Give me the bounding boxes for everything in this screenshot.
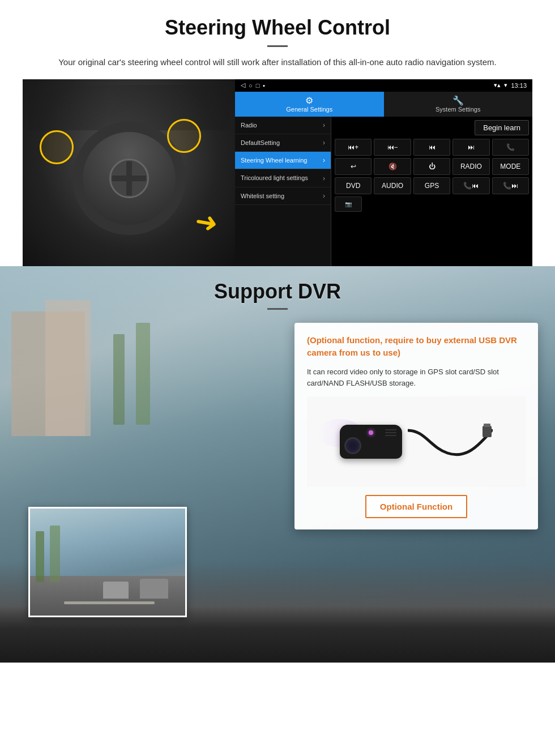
ctrl-prev-track[interactable]: ⏮ <box>413 139 450 156</box>
steering-description: Your original car's steering wheel contr… <box>45 56 510 69</box>
ctrl-mode[interactable]: MODE <box>492 158 529 175</box>
menu-tricoloured-label: Tricoloured light settings <box>241 174 308 182</box>
dvr-title: Support DVR <box>0 280 555 304</box>
chevron-icon: › <box>323 192 325 200</box>
ctrl-vol-up[interactable]: ⏮+ <box>335 139 372 156</box>
tab-system[interactable]: 🔧 System Settings <box>384 92 533 117</box>
svg-rect-0 <box>483 426 492 437</box>
steering-image-container: ➜ ◁ ○ □ ▪ ▾▴ ▾ 13:13 <box>23 79 532 266</box>
settings-gear-icon: ⚙ <box>305 95 313 106</box>
highlight-right <box>167 119 201 153</box>
dvr-camera-illustration <box>307 396 526 487</box>
highlight-left <box>40 130 74 164</box>
ctrl-power[interactable]: ⏻ <box>413 158 450 175</box>
ctrl-gps[interactable]: GPS <box>413 177 450 194</box>
menu-item-whitelist[interactable]: Whitelist setting › <box>235 187 331 205</box>
steering-section: Steering Wheel Control Your original car… <box>0 0 555 266</box>
menu-item-radio[interactable]: Radio › <box>235 117 331 134</box>
chevron-icon: › <box>323 174 325 182</box>
ctrl-row-3: DVD AUDIO GPS 📞⏮ 📞⏭ <box>335 177 529 194</box>
optional-function-button[interactable]: Optional Function <box>365 495 467 518</box>
dvr-card-title: (Optional function, require to buy exter… <box>307 334 526 360</box>
dvr-card-body: It can record video only to storage in G… <box>307 366 526 390</box>
svg-rect-1 <box>484 424 490 427</box>
system-icon: 🔧 <box>452 95 464 106</box>
time-display: 13:13 <box>511 82 527 89</box>
dvr-info-card: (Optional function, require to buy exter… <box>294 323 538 530</box>
menu-item-steering-wheel[interactable]: Steering Wheel learning › <box>235 152 331 169</box>
ctrl-back[interactable]: ↩ <box>335 158 372 175</box>
ctrl-row-4: 📷 <box>335 197 529 212</box>
arrow-icon: ➜ <box>193 204 220 239</box>
dvr-section: Support DVR (Optional function, require … <box>0 266 555 663</box>
ctrl-row-2: ↩ 🔇 ⏻ RADIO MODE <box>335 158 529 175</box>
statusbar-right-icons: ▾▴ ▾ 13:13 <box>494 82 527 89</box>
ctrl-phone[interactable]: 📞 <box>492 139 529 156</box>
controls-header: Begin learn <box>335 120 529 135</box>
ctrl-phone-prev[interactable]: 📞⏮ <box>452 177 489 194</box>
signal-icon: ▾▴ <box>494 82 501 89</box>
android-menu-list: Radio › DefaultSetting › Steering Wheel … <box>235 117 331 266</box>
tab-system-label: System Settings <box>436 106 480 113</box>
ctrl-row-1: ⏮+ ⏮− ⏮ ⏭ 📞 <box>335 139 529 156</box>
android-tabs[interactable]: ⚙ General Settings 🔧 System Settings <box>235 92 532 117</box>
title-divider <box>267 45 288 47</box>
menu-defaultsetting-label: DefaultSetting <box>241 139 280 147</box>
menu-item-tricoloured[interactable]: Tricoloured light settings › <box>235 169 331 187</box>
menu-steering-label: Steering Wheel learning <box>241 156 307 164</box>
menu-item-defaultsetting[interactable]: DefaultSetting › <box>235 134 331 152</box>
menu-nav-icon: ▪ <box>263 82 265 89</box>
ctrl-mute[interactable]: 🔇 <box>374 158 411 175</box>
back-nav-icon: ◁ <box>241 82 245 89</box>
ctrl-vol-down[interactable]: ⏮− <box>374 139 411 156</box>
menu-radio-label: Radio <box>241 121 257 129</box>
dvr-thumbnail <box>28 507 187 617</box>
tab-general-label: General Settings <box>286 106 332 113</box>
controls-grid: ⏮+ ⏮− ⏮ ⏭ 📞 ↩ 🔇 ⏻ RADIO MODE <box>335 139 529 212</box>
begin-learn-button[interactable]: Begin learn <box>475 120 529 135</box>
home-nav-icon: ○ <box>249 82 253 89</box>
dvr-title-overlay: Support DVR <box>0 280 555 310</box>
recent-nav-icon: □ <box>256 82 260 89</box>
ctrl-dvr[interactable]: 📷 <box>335 197 362 212</box>
android-panel: ◁ ○ □ ▪ ▾▴ ▾ 13:13 ⚙ General Settings <box>235 79 532 266</box>
android-body: Radio › DefaultSetting › Steering Wheel … <box>235 117 532 266</box>
ctrl-dvd[interactable]: DVD <box>335 177 372 194</box>
ctrl-phone-next[interactable]: 📞⏭ <box>492 177 529 194</box>
dvr-divider <box>267 308 288 310</box>
dvr-thumbnail-image <box>30 509 185 616</box>
chevron-icon: › <box>323 121 325 129</box>
android-statusbar: ◁ ○ □ ▪ ▾▴ ▾ 13:13 <box>235 79 532 92</box>
dvr-background: Support DVR (Optional function, require … <box>0 266 555 663</box>
tab-general[interactable]: ⚙ General Settings <box>235 92 384 117</box>
controls-panel: Begin learn ⏮+ ⏮− ⏮ ⏭ 📞 ↩ 🔇 <box>331 117 532 266</box>
steering-photo: ➜ <box>23 79 235 266</box>
menu-whitelist-label: Whitelist setting <box>241 192 284 200</box>
ctrl-radio[interactable]: RADIO <box>452 158 489 175</box>
steering-title: Steering Wheel Control <box>23 16 532 40</box>
ctrl-next-track[interactable]: ⏭ <box>452 139 489 156</box>
chevron-icon: › <box>323 156 325 164</box>
chevron-icon: › <box>323 139 325 147</box>
ctrl-audio[interactable]: AUDIO <box>374 177 411 194</box>
statusbar-left-icons: ◁ ○ □ ▪ <box>241 82 265 89</box>
wifi-icon: ▾ <box>504 82 507 89</box>
camera-cable-svg <box>408 413 493 470</box>
